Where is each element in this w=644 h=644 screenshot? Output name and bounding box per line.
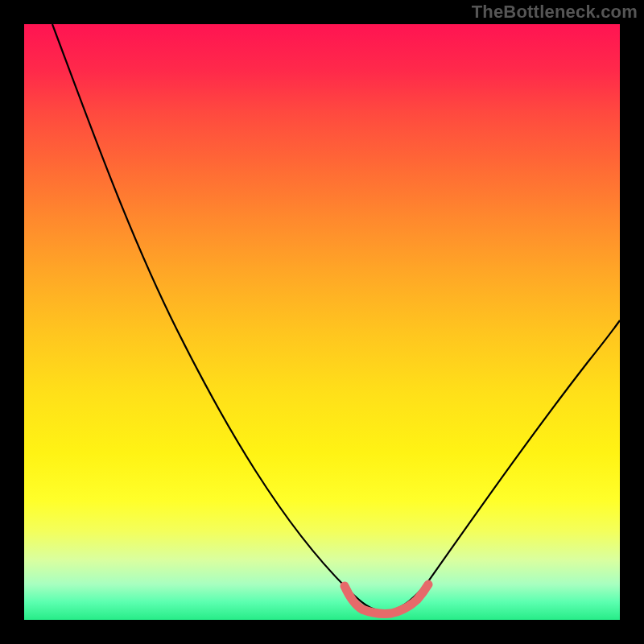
optimum-marker-path [345,584,428,613]
attribution-label: TheBottleneck.com [472,2,638,23]
plot-area [24,24,620,620]
curve-layer [24,24,620,620]
bottleneck-curve-path [52,24,620,612]
chart-frame: TheBottleneck.com [0,0,644,644]
